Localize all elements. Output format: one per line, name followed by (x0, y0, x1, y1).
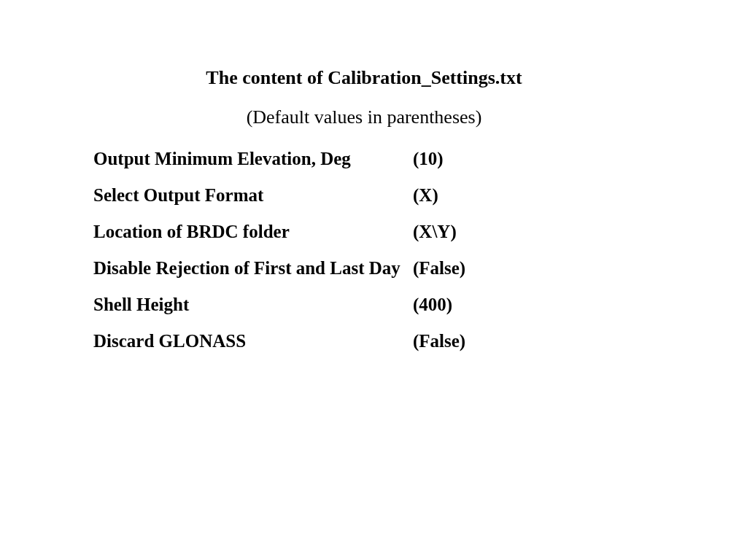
setting-value: (X) (413, 185, 465, 222)
table-row: Disable Rejection of First and Last Day … (93, 258, 465, 295)
table-row: Output Minimum Elevation, Deg (10) (93, 149, 465, 185)
document-subtitle: (Default values in parentheses) (93, 106, 635, 128)
setting-label: Disable Rejection of First and Last Day (93, 258, 413, 295)
setting-label: Output Minimum Elevation, Deg (93, 149, 413, 185)
setting-value: (False) (413, 258, 465, 295)
setting-label: Discard GLONASS (93, 331, 413, 368)
setting-value: (400) (413, 295, 465, 331)
settings-table: Output Minimum Elevation, Deg (10) Selec… (93, 149, 465, 368)
setting-value: (False) (413, 331, 465, 368)
setting-value: (10) (413, 149, 465, 185)
table-row: Select Output Format (X) (93, 185, 465, 222)
table-row: Shell Height (400) (93, 295, 465, 331)
table-row: Discard GLONASS (False) (93, 331, 465, 368)
setting-label: Shell Height (93, 295, 413, 331)
setting-label: Location of BRDC folder (93, 222, 413, 258)
table-row: Location of BRDC folder (X\Y) (93, 222, 465, 258)
setting-label: Select Output Format (93, 185, 413, 222)
setting-value: (X\Y) (413, 222, 465, 258)
document-title: The content of Calibration_Settings.txt (93, 67, 635, 89)
